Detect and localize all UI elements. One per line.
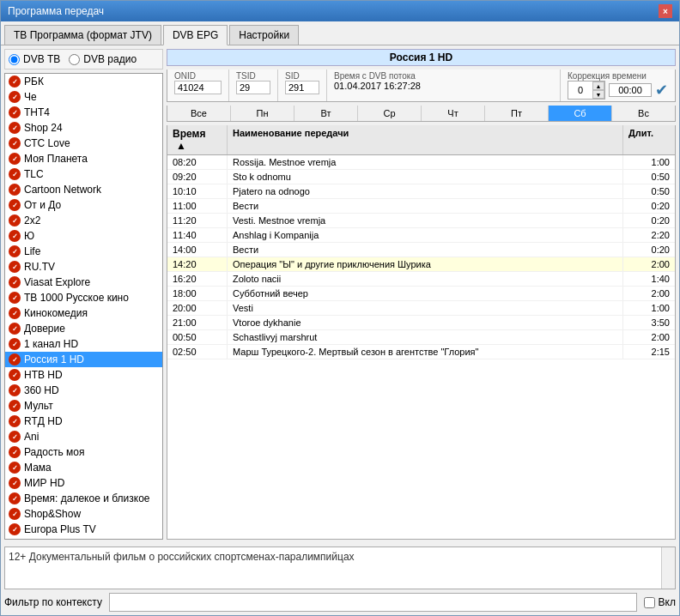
filter-input[interactable] bbox=[109, 593, 637, 612]
channel-item[interactable]: Моя Планета bbox=[5, 151, 162, 166]
channel-item[interactable]: Доверие bbox=[5, 321, 162, 336]
channel-item[interactable]: Ю bbox=[5, 228, 162, 244]
channel-item[interactable]: RU.TV bbox=[5, 259, 162, 275]
program-title: Anshlag i Kompanija bbox=[228, 228, 623, 242]
channel-icon bbox=[9, 122, 21, 134]
channel-item[interactable]: ТНТ4 bbox=[5, 105, 162, 120]
epg-day-mon[interactable]: Пн bbox=[231, 106, 294, 121]
channel-item[interactable]: Радость моя bbox=[5, 444, 162, 460]
epg-day-fri[interactable]: Пт bbox=[485, 106, 549, 121]
epg-day-thu[interactable]: Чт bbox=[422, 106, 485, 121]
table-row[interactable]: 10:10Pjatero na odnogo0:50 bbox=[167, 184, 675, 199]
filter-checkbox[interactable] bbox=[644, 597, 655, 608]
table-row[interactable]: 20:00Vesti1:00 bbox=[167, 301, 675, 316]
channel-item[interactable]: 1 канал HD bbox=[5, 336, 162, 352]
channel-item[interactable]: 2x2 bbox=[5, 213, 162, 228]
channel-name: RTД HD bbox=[24, 415, 63, 427]
table-row[interactable]: 11:00Вести0:20 bbox=[167, 199, 675, 214]
table-row[interactable]: 09:20Sto k odnomu0:50 bbox=[167, 170, 675, 184]
info-scrollbar[interactable] bbox=[661, 547, 675, 589]
correction-spin-down[interactable]: ▼ bbox=[592, 90, 604, 99]
radio-dvb-radio[interactable]: DVB радио bbox=[69, 53, 137, 65]
channel-item[interactable]: РБК bbox=[5, 74, 162, 89]
radio-dvb-tv-input[interactable] bbox=[9, 54, 20, 65]
main-content: DVB ТВ DVB радио РБКЧеТНТ4Shop 24СТС Lov… bbox=[1, 45, 679, 543]
channel-item[interactable]: RTД HD bbox=[5, 414, 162, 429]
table-row[interactable]: 11:20Vesti. Mestnoe vremja0:20 bbox=[167, 214, 675, 228]
channel-item[interactable]: Че bbox=[5, 89, 162, 105]
channel-icon bbox=[9, 184, 21, 196]
channel-item[interactable]: Shop 24 bbox=[5, 120, 162, 136]
program-title: Vesti. Mestnoe vremja bbox=[228, 214, 623, 227]
radio-dvb-radio-input[interactable] bbox=[69, 54, 80, 65]
table-row[interactable]: 11:40Anshlag i Kompanija2:20 bbox=[167, 228, 675, 243]
filter-check-label[interactable]: Вкл bbox=[644, 596, 676, 608]
epg-day-tue[interactable]: Вт bbox=[294, 106, 358, 121]
sid-label: SID bbox=[285, 71, 319, 81]
tab-settings[interactable]: Настройки bbox=[229, 25, 299, 45]
program-time: 14:20 bbox=[167, 257, 228, 271]
channel-item[interactable]: Viasat Explore bbox=[5, 275, 162, 290]
channel-item[interactable]: НТВ HD bbox=[5, 367, 162, 383]
channel-item[interactable]: Мульт bbox=[5, 398, 162, 414]
epg-days: ВсеПнВтСрЧтПтСбВс bbox=[167, 106, 676, 122]
channel-icon bbox=[9, 369, 21, 381]
col-header-time: Время ▲ bbox=[167, 125, 228, 154]
channel-item[interactable]: Царьград bbox=[5, 537, 162, 539]
table-row[interactable]: 14:20Операция "Ы" и другие приключения Ш… bbox=[167, 257, 675, 272]
correction-spin-up[interactable]: ▲ bbox=[592, 82, 604, 90]
channel-item[interactable]: TLC bbox=[5, 166, 162, 182]
sid-input[interactable] bbox=[285, 81, 319, 94]
sort-icon[interactable]: ▲ bbox=[176, 140, 186, 152]
channel-item[interactable]: Cartoon Network bbox=[5, 182, 162, 197]
table-row[interactable]: 14:00Вести0:20 bbox=[167, 243, 675, 257]
channel-item[interactable]: Shop&Show bbox=[5, 506, 162, 522]
channel-item[interactable]: От и До bbox=[5, 197, 162, 213]
channel-item[interactable]: ТВ 1000 Русское кино bbox=[5, 290, 162, 305]
col-header-title: Наименование передачи bbox=[228, 125, 623, 154]
epg-day-sat[interactable]: Сб bbox=[549, 106, 612, 121]
title-bar: Программа передач × bbox=[1, 1, 679, 21]
program-title: Zoloto nacii bbox=[228, 272, 623, 286]
table-row[interactable]: 02:50Марш Турецкого-2. Мертвый сезон в а… bbox=[167, 345, 675, 359]
tab-tv-program[interactable]: ТВ Программа (формат JTV) bbox=[4, 25, 161, 45]
channel-item[interactable]: Кинокомедия bbox=[5, 305, 162, 321]
correction-input[interactable] bbox=[568, 84, 592, 96]
channel-name: Viasat Explore bbox=[24, 276, 90, 288]
table-row[interactable]: 00:50Schastlivyj marshrut2:00 bbox=[167, 330, 675, 345]
channel-item[interactable]: Life bbox=[5, 244, 162, 259]
channel-item[interactable]: СТС Love bbox=[5, 136, 162, 151]
channel-item[interactable]: Europa Plus TV bbox=[5, 522, 162, 537]
program-duration: 0:50 bbox=[623, 184, 675, 198]
onid-input[interactable] bbox=[174, 81, 222, 94]
program-duration: 0:20 bbox=[623, 199, 675, 213]
epg-day-sun[interactable]: Вс bbox=[612, 106, 675, 121]
radio-dvb-tv[interactable]: DVB ТВ bbox=[9, 53, 60, 65]
filter-label: Фильтр по контексту bbox=[4, 596, 102, 608]
channel-item[interactable]: Время: далекое и близкое bbox=[5, 491, 162, 506]
filter-row: Фильтр по контексту Вкл bbox=[4, 593, 676, 612]
table-row[interactable]: 18:00Субботний вечер2:00 bbox=[167, 287, 675, 301]
channel-list-container: РБКЧеТНТ4Shop 24СТС LoveМоя ПланетаTLCCa… bbox=[4, 73, 163, 540]
table-row[interactable]: 21:00Vtoroe dykhanie3:50 bbox=[167, 316, 675, 330]
tab-dvb-epg[interactable]: DVB EPG bbox=[163, 25, 228, 45]
epg-day-wed[interactable]: Ср bbox=[358, 106, 422, 121]
channel-item[interactable]: Мама bbox=[5, 460, 162, 475]
program-duration: 1:40 bbox=[623, 272, 675, 286]
tsid-input[interactable] bbox=[236, 81, 270, 94]
epg-day-all[interactable]: Все bbox=[167, 106, 231, 121]
program-title: Vesti bbox=[228, 301, 623, 315]
time-offset-input[interactable] bbox=[609, 83, 652, 97]
channel-icon bbox=[9, 446, 21, 458]
table-row[interactable]: 16:20Zoloto nacii1:40 bbox=[167, 272, 675, 287]
channel-item[interactable]: Ani bbox=[5, 429, 162, 444]
table-row[interactable]: 08:20Rossija. Mestnoe vremja1:00 bbox=[167, 155, 675, 170]
channel-item[interactable]: 360 HD bbox=[5, 383, 162, 398]
channel-item[interactable]: МИР HD bbox=[5, 475, 162, 491]
channel-icon bbox=[9, 75, 21, 88]
channel-item[interactable]: Россия 1 HD bbox=[5, 352, 162, 367]
program-title: Операция "Ы" и другие приключения Шурика bbox=[228, 257, 623, 271]
confirm-icon[interactable]: ✔ bbox=[655, 81, 668, 100]
channel-icon bbox=[9, 214, 21, 226]
close-button[interactable]: × bbox=[659, 4, 672, 18]
